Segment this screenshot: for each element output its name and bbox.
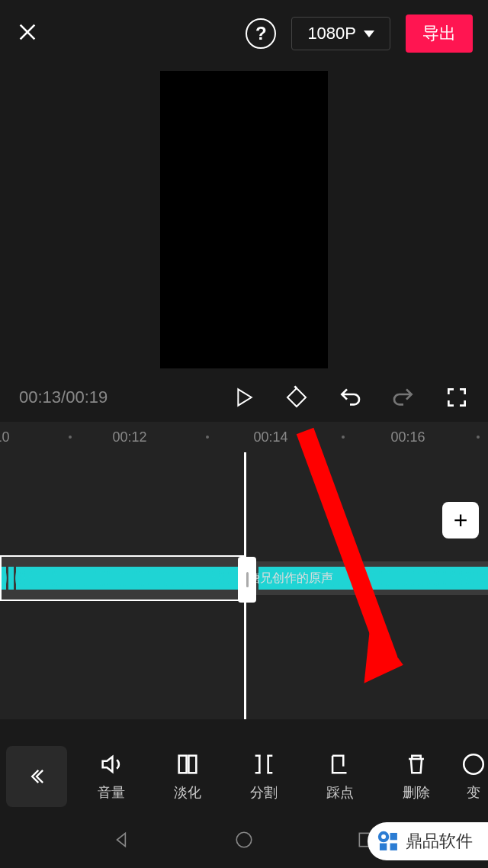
resolution-value: 1080P [307,24,356,43]
redo-icon[interactable] [391,385,416,410]
nav-home-icon[interactable] [234,830,254,853]
fade-icon [175,751,201,777]
header: ? 1080P 导出 [0,0,488,67]
volume-icon [98,751,124,777]
split-icon [251,751,277,777]
chevron-down-icon [364,31,374,37]
close-icon[interactable] [15,20,40,47]
time-display: 00:13/00:19 [19,387,231,407]
tool-fade[interactable]: 淡化 [149,751,226,802]
svg-rect-7 [390,833,397,840]
preview-area [0,67,488,372]
tool-volume[interactable]: 音量 [73,751,149,802]
timeline[interactable]: 0:10 00:12 00:14 00:16 + 糖兄创作的原声 [0,422,488,719]
keyframe-icon[interactable] [284,385,309,410]
delete-icon [403,751,429,777]
beat-icon [327,751,353,777]
change-icon [461,751,486,777]
watermark: 鼎品软件 [368,822,488,860]
audio-clip-selected[interactable] [0,555,244,601]
tool-split[interactable]: 分割 [226,751,302,802]
audio-clip[interactable]: 糖兄创作的原声 [244,561,488,595]
tool-delete[interactable]: 删除 [378,751,454,802]
tool-change[interactable]: 变 [454,751,488,802]
resolution-selector[interactable]: 1080P [291,17,390,50]
svg-rect-1 [188,756,196,773]
help-icon[interactable]: ? [246,18,276,49]
clip-label: 糖兄创作的原声 [248,571,333,587]
svg-point-6 [380,833,387,841]
undo-icon[interactable] [338,385,362,410]
video-preview[interactable] [160,71,328,368]
svg-rect-8 [380,844,387,850]
play-icon[interactable] [231,385,255,410]
svg-rect-0 [179,756,187,773]
back-button[interactable] [6,746,67,807]
tool-beat[interactable]: 踩点 [302,751,378,802]
svg-point-2 [464,754,483,774]
fullscreen-icon[interactable] [445,385,469,410]
bottom-toolbar: 音量 淡化 分割 踩点 删除 [0,738,488,815]
playback-controls: 00:13/00:19 [0,372,488,422]
audio-track[interactable]: 糖兄创作的原声 [0,555,488,601]
watermark-logo-icon [375,828,401,854]
add-clip-button[interactable]: + [442,502,479,538]
timeline-ruler: 0:10 00:12 00:14 00:16 [0,422,488,452]
nav-back-icon[interactable] [112,830,132,853]
waveform-icon [2,567,242,590]
svg-rect-9 [390,844,397,850]
svg-point-3 [236,832,252,847]
export-button[interactable]: 导出 [406,14,473,53]
clip-handle[interactable] [238,557,256,603]
header-right: ? 1080P 导出 [246,14,473,53]
